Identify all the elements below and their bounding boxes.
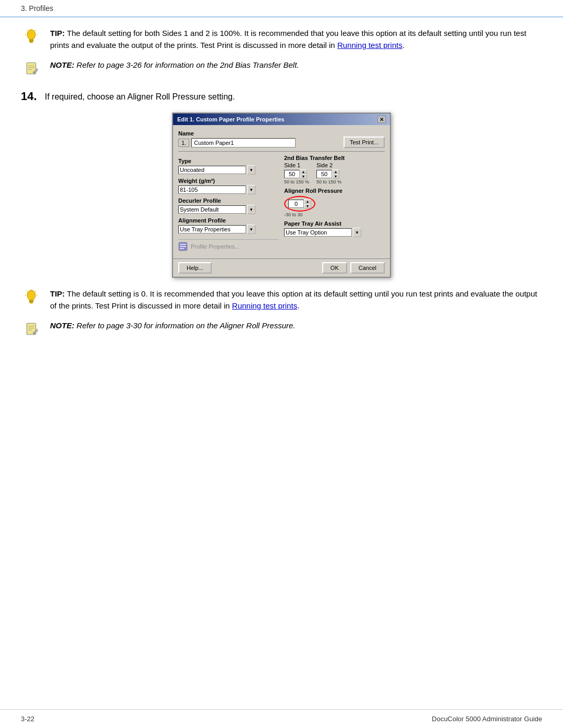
side1-spin-up[interactable]: ▲ bbox=[300, 169, 307, 174]
weight-label: Weight (g/m²) bbox=[178, 178, 279, 184]
dialog-footer-right: OK Cancel bbox=[322, 262, 385, 274]
alignment-select[interactable]: Use Tray Properties bbox=[178, 225, 246, 233]
page-number: 3-22 bbox=[21, 715, 34, 723]
dialog-close-button[interactable]: ✕ bbox=[377, 116, 386, 123]
dialog-body: Name 1. Test Print... Type bbox=[173, 125, 390, 256]
tray-select[interactable]: Use Tray Option bbox=[284, 228, 352, 237]
lightbulb2-icon bbox=[22, 289, 41, 308]
side2-label: Side 2 bbox=[316, 162, 333, 168]
side2-range: 50 to 150 % bbox=[316, 179, 341, 184]
left-column: Type Uncoated ▼ Weight (g/m²) 81-105 bbox=[178, 155, 279, 251]
aligner-spin-buttons: ▲ ▼ bbox=[304, 199, 311, 208]
tray-label: Paper Tray Air Assist bbox=[284, 220, 385, 227]
type-label: Type bbox=[178, 158, 279, 164]
side2-section: Side 2 ▲ ▼ 50 to 150 % bbox=[316, 162, 341, 184]
note1-body: Refer to page 3-26 for information on th… bbox=[75, 60, 299, 69]
test-print-button[interactable]: Test Print... bbox=[344, 137, 385, 148]
weight-select[interactable]: 81-105 bbox=[178, 186, 246, 194]
svg-rect-19 bbox=[180, 246, 186, 247]
help-button[interactable]: Help... bbox=[178, 262, 212, 274]
note2-icon bbox=[22, 321, 41, 340]
side1-spin-down[interactable]: ▼ bbox=[300, 174, 307, 179]
tip2-icon bbox=[21, 289, 42, 308]
svg-line-6 bbox=[35, 30, 35, 31]
ok-button[interactable]: OK bbox=[322, 262, 347, 274]
bias-sides-row: Side 1 ▲ ▼ 50 to 150 % bbox=[284, 162, 385, 184]
svg-rect-25 bbox=[30, 302, 33, 303]
side1-section: Side 1 ▲ ▼ 50 to 150 % bbox=[284, 162, 309, 184]
profile-props-icon bbox=[178, 242, 188, 251]
decurler-select-arrow[interactable]: ▼ bbox=[247, 205, 255, 214]
side2-spin-up[interactable]: ▲ bbox=[332, 169, 339, 174]
note2-bold: NOTE: bbox=[50, 321, 75, 330]
tray-section: Paper Tray Air Assist Use Tray Option ▼ bbox=[284, 220, 385, 237]
divider1 bbox=[178, 151, 385, 152]
step14-text: If required, choose an Aligner Roll Pres… bbox=[45, 90, 235, 102]
aligner-section: Aligner Roll Pressure ▲ ▼ bbox=[284, 188, 385, 217]
decurler-select[interactable]: System Default bbox=[178, 205, 246, 214]
tip2-text: TIP: The default setting is 0. It is rec… bbox=[50, 288, 542, 312]
aligner-spin-up[interactable]: ▲ bbox=[304, 199, 311, 204]
cancel-button[interactable]: Cancel bbox=[350, 262, 385, 274]
note2-icon bbox=[21, 321, 42, 340]
side1-spin-buttons: ▲ ▼ bbox=[300, 169, 307, 179]
dialog-titlebar: Edit 1. Custom Paper Profile Properties … bbox=[173, 114, 390, 125]
breadcrumb: 3. Profiles bbox=[0, 0, 563, 17]
note1-text: NOTE: Refer to page 3-26 for information… bbox=[50, 59, 542, 71]
tip1-body: The default setting for both Sides 1 and… bbox=[50, 29, 527, 50]
svg-line-27 bbox=[35, 291, 35, 291]
type-select-arrow[interactable]: ▼ bbox=[247, 165, 255, 175]
tip2-period: . bbox=[297, 301, 299, 310]
bias-title: 2nd Bias Transfer Belt bbox=[284, 155, 385, 161]
note-icon bbox=[22, 60, 41, 79]
aligner-label: Aligner Roll Pressure bbox=[284, 188, 385, 194]
name-label: Name bbox=[178, 130, 338, 137]
tip2-link[interactable]: Running test prints bbox=[232, 301, 297, 310]
side2-input[interactable] bbox=[316, 170, 332, 178]
tip2-row: TIP: The default setting is 0. It is rec… bbox=[21, 288, 542, 312]
note1-bold: NOTE: bbox=[50, 60, 75, 69]
note2-row: NOTE: Refer to page 3-30 for information… bbox=[21, 320, 542, 340]
aligner-spin-row: ▲ ▼ bbox=[288, 199, 311, 208]
aligner-highlight: ▲ ▼ bbox=[284, 196, 315, 212]
name-field-row: 1. bbox=[178, 138, 338, 147]
tip1-icon bbox=[21, 29, 42, 47]
side1-input[interactable] bbox=[284, 170, 300, 178]
profile-props-link[interactable]: Profile Properties... bbox=[191, 243, 240, 250]
dialog-title: Edit 1. Custom Paper Profile Properties bbox=[177, 116, 284, 122]
profile-props-row: Profile Properties... bbox=[178, 239, 279, 251]
tip1-link[interactable]: Running test prints bbox=[337, 41, 402, 50]
weight-select-arrow[interactable]: ▼ bbox=[247, 185, 255, 194]
main-content: TIP: The default setting for both Sides … bbox=[0, 17, 563, 379]
note2-text: NOTE: Refer to page 3-30 for information… bbox=[50, 320, 542, 332]
svg-rect-18 bbox=[180, 244, 186, 245]
decurler-select-row: System Default ▼ bbox=[178, 205, 279, 214]
side2-spin-row: ▲ ▼ bbox=[316, 169, 339, 179]
tip1-period: . bbox=[402, 41, 405, 50]
alignment-label: Alignment Profile bbox=[178, 217, 279, 224]
alignment-select-arrow[interactable]: ▼ bbox=[247, 225, 255, 234]
type-select[interactable]: Uncoated bbox=[178, 166, 246, 174]
breadcrumb-text: 3. Profiles bbox=[21, 4, 53, 13]
tray-select-row: Use Tray Option ▼ bbox=[284, 228, 385, 237]
step14-number: 14. bbox=[21, 90, 40, 103]
note1-row: NOTE: Refer to page 3-26 for information… bbox=[21, 59, 542, 79]
svg-line-28 bbox=[27, 291, 27, 291]
svg-point-21 bbox=[27, 290, 35, 300]
right-column: 2nd Bias Transfer Belt Side 1 ▲ ▼ bbox=[284, 155, 385, 251]
aligner-input[interactable] bbox=[288, 200, 304, 208]
side2-spin-down[interactable]: ▼ bbox=[332, 174, 339, 179]
dialog-wrapper: Edit 1. Custom Paper Profile Properties … bbox=[21, 113, 542, 278]
step14-row: 14. If required, choose an Aligner Roll … bbox=[21, 90, 542, 103]
decurler-label: Decurler Profile bbox=[178, 198, 279, 204]
alignment-select-row: Use Tray Properties ▼ bbox=[178, 225, 279, 234]
tip1-text: TIP: The default setting for both Sides … bbox=[50, 28, 542, 51]
aligner-spin-down[interactable]: ▼ bbox=[304, 204, 311, 208]
lightbulb-icon bbox=[22, 29, 41, 47]
tray-select-arrow[interactable]: ▼ bbox=[353, 228, 361, 237]
svg-line-7 bbox=[27, 30, 27, 31]
side1-label: Side 1 bbox=[284, 162, 300, 168]
type-select-row: Uncoated ▼ bbox=[178, 165, 279, 175]
svg-point-0 bbox=[27, 30, 35, 40]
name-input[interactable] bbox=[191, 138, 296, 147]
